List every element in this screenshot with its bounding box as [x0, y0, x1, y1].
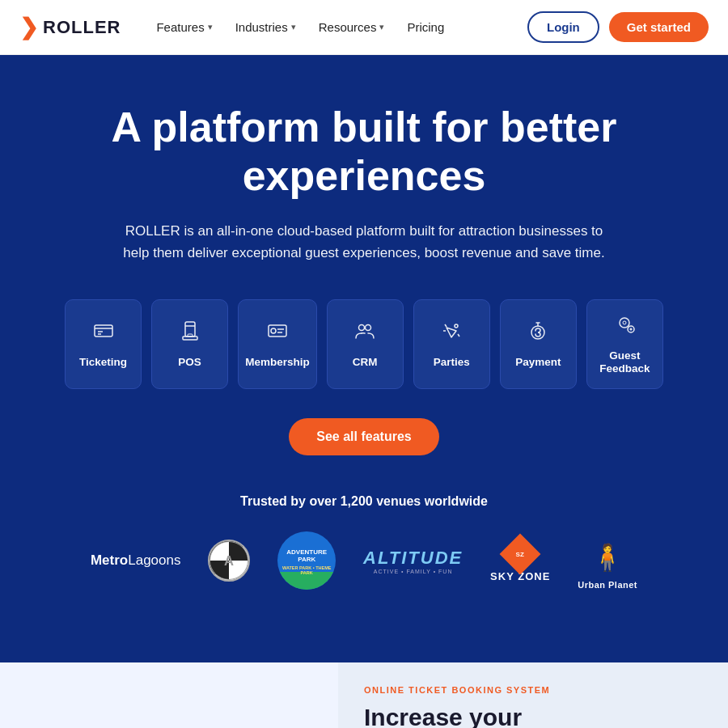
svg-line-15 — [445, 324, 447, 327]
bottom-right-content: ONLINE TICKET BOOKING SYSTEM Increase yo… — [338, 662, 728, 728]
feature-membership[interactable]: Membership — [238, 299, 317, 389]
svg-text:A: A — [224, 553, 234, 569]
payment-icon — [527, 320, 549, 348]
ticketing-icon — [92, 320, 115, 348]
svg-point-19 — [620, 318, 629, 328]
logo[interactable]: ❯ ROLLER — [19, 16, 121, 39]
membership-label: Membership — [245, 356, 310, 369]
chevron-down-icon: ▾ — [291, 22, 296, 32]
nav-pricing[interactable]: Pricing — [397, 14, 454, 40]
trusted-title: Trusted by over 1,200 venues worldwide — [65, 494, 663, 509]
payment-label: Payment — [515, 356, 561, 369]
svg-point-13 — [366, 325, 371, 331]
membership-icon — [266, 320, 289, 348]
parties-label: Parties — [434, 356, 470, 369]
feature-parties[interactable]: Parties — [413, 299, 490, 389]
nav-actions: Login Get started — [527, 11, 709, 43]
metro-lagoons-logo: MetroLagoons — [91, 552, 181, 569]
pos-label: POS — [178, 356, 201, 369]
svg-point-14 — [455, 324, 458, 328]
trusted-section: Trusted by over 1,200 venues worldwide M… — [65, 494, 663, 622]
get-started-button[interactable]: Get started — [609, 12, 709, 42]
logo-text: ROLLER — [43, 17, 121, 38]
nav-resources[interactable]: Resources ▾ — [309, 14, 395, 40]
login-button[interactable]: Login — [527, 11, 599, 43]
altitude-logo: ALTITUDE ACTIVE • FAMILY • FUN — [363, 548, 463, 574]
feature-ticketing[interactable]: Ticketing — [65, 299, 142, 389]
sky-zone-logo: SZ SKY ZONE — [490, 540, 550, 582]
svg-line-16 — [458, 334, 459, 336]
svg-rect-7 — [183, 336, 197, 340]
see-all-features-button[interactable]: See all features — [289, 418, 438, 455]
svg-point-9 — [271, 328, 276, 333]
svg-text:🧍: 🧍 — [591, 542, 624, 573]
svg-point-12 — [359, 325, 365, 331]
bottom-heading: Increase your — [364, 703, 702, 728]
trusted-logos: MetroLagoons A — [65, 531, 663, 590]
feature-crm[interactable]: CRM — [327, 299, 404, 389]
svg-point-20 — [623, 321, 626, 324]
urban-planet-logo: 🧍 Urban Planet — [578, 532, 637, 590]
hero-title: A platform built for better experiences — [81, 104, 647, 201]
features-grid: Ticketing POS Me — [65, 299, 663, 389]
parties-icon — [440, 320, 463, 348]
nav-links: Features ▾ Industries ▾ Resources ▾ Pric… — [146, 14, 527, 40]
adventure-park-logo: ADVENTUREPARK WATER PARK • THEME PARK — [277, 531, 336, 590]
guest-feedback-label: Guest Feedback — [594, 349, 656, 375]
logo-icon: ❯ — [19, 16, 38, 39]
bottom-left-empty — [0, 662, 338, 728]
circle-a-logo: A — [208, 540, 250, 582]
feature-pos[interactable]: POS — [151, 299, 228, 389]
bottom-eyebrow: ONLINE TICKET BOOKING SYSTEM — [364, 685, 702, 695]
ticketing-label: Ticketing — [79, 356, 127, 369]
feature-payment[interactable]: Payment — [500, 299, 577, 389]
guest-feedback-icon — [613, 313, 636, 341]
hero-section: A platform built for better experiences … — [0, 55, 728, 662]
see-all-wrap: See all features — [65, 418, 663, 455]
chevron-down-icon: ▾ — [208, 22, 213, 32]
nav-industries[interactable]: Industries ▾ — [226, 14, 306, 40]
crm-icon — [353, 320, 376, 348]
navbar: ❯ ROLLER Features ▾ Industries ▾ Resourc… — [0, 0, 728, 55]
crm-label: CRM — [353, 356, 378, 369]
chevron-down-icon: ▾ — [379, 22, 384, 32]
hero-subtitle: ROLLER is an all-in-one cloud-based plat… — [113, 220, 615, 264]
nav-features[interactable]: Features ▾ — [146, 14, 222, 40]
svg-rect-0 — [95, 325, 112, 336]
feature-guest-feedback[interactable]: Guest Feedback — [586, 299, 663, 389]
pos-icon — [179, 320, 201, 348]
bottom-section: ONLINE TICKET BOOKING SYSTEM Increase yo… — [0, 662, 728, 728]
